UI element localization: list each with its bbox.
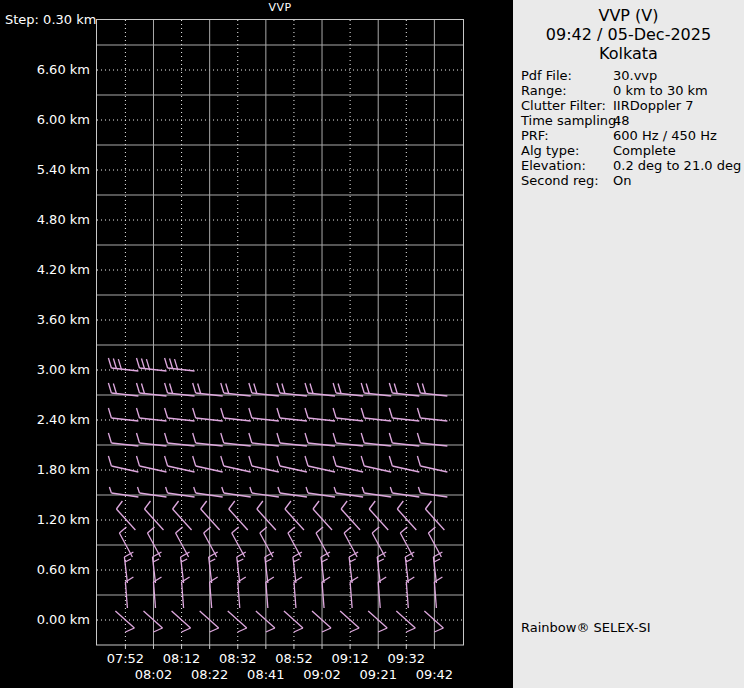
wind-barb-staff [392, 466, 419, 472]
x-tick-label: 09:42 [416, 667, 453, 682]
wind-barb-feather [333, 456, 336, 466]
x-tick-label: 09:12 [331, 651, 368, 666]
x-tick-label: 07:52 [107, 651, 144, 666]
wind-barb-staff [139, 368, 166, 371]
wind-barb-feather [222, 487, 224, 493]
wind-barb-feather [146, 359, 149, 369]
chart-area: VVP Step: 0.30 km 6.60 km6.00 km5.40 km4… [0, 0, 513, 688]
wind-barb-feather [277, 433, 280, 443]
wind-barb-feather [389, 456, 392, 466]
wind-barb-feather [141, 359, 144, 369]
wind-barb-feather [306, 487, 308, 493]
info-label: Clutter Filter: [521, 98, 613, 113]
panel-title: VVP (V) [513, 6, 744, 25]
wind-barb-feather [170, 359, 173, 369]
wind-barb-staff [111, 466, 138, 472]
wind-barb-plot [96, 19, 464, 651]
wind-barb-feather [397, 501, 403, 509]
wind-barb-feather [249, 408, 252, 418]
wind-barb-staff [111, 368, 138, 371]
wind-barb-feather [144, 501, 150, 509]
info-row: Time sampling:48 [521, 113, 742, 128]
x-tick-label: 08:02 [135, 667, 172, 682]
wind-barb-feather [333, 433, 336, 443]
wind-barb-feather [108, 456, 111, 466]
y-tick-label: 1.20 km [0, 511, 90, 529]
wind-barb-feather [175, 359, 178, 369]
y-tick-label: 3.60 km [0, 311, 90, 329]
wind-barb-feather [417, 408, 420, 418]
wind-barb-feather [390, 487, 392, 493]
wind-barb-feather [305, 408, 308, 418]
wind-barb-feather [210, 628, 219, 632]
wind-barb-staff [224, 466, 251, 472]
wind-barb-feather [406, 628, 415, 632]
wind-barb-feather [109, 487, 111, 493]
y-tick-label: 5.40 km [0, 161, 90, 179]
wind-barb-feather [350, 628, 359, 632]
y-tick-label: 4.80 km [0, 211, 90, 229]
wind-barb-feather [118, 359, 121, 369]
wind-barb-feather [417, 433, 420, 443]
info-value: 30.vvp [613, 68, 742, 83]
wind-barb-feather [389, 408, 392, 418]
wind-barb-feather [333, 408, 336, 418]
wind-barb-feather [369, 501, 375, 509]
wind-barb-feather [221, 383, 224, 393]
info-value: 0.2 deg to 21.0 deg [613, 158, 742, 173]
wind-barb-feather [226, 384, 229, 394]
wind-barb-feather [417, 383, 420, 393]
info-value: 48 [613, 113, 742, 128]
wind-barb-feather [165, 383, 168, 393]
wind-barb-staff [280, 466, 307, 472]
wind-barb-feather [338, 384, 341, 394]
wind-barb-feather [434, 628, 443, 632]
x-tick-label: 09:32 [388, 651, 425, 666]
wind-barb-feather [249, 456, 252, 466]
wind-barb-staff [111, 418, 138, 421]
panel-site: Kolkata [513, 44, 744, 63]
brand-footer: Rainbow® SELEX-SI [521, 620, 651, 635]
x-tick-label: 08:52 [275, 651, 312, 666]
info-row: Range:0 km to 30 km [521, 83, 742, 98]
info-value: 0 km to 30 km [613, 83, 742, 98]
wind-barb-feather [361, 433, 364, 443]
info-panel: VVP (V) 09:42 / 05-Dec-2025 Kolkata Pdf … [513, 0, 744, 688]
wind-barb-feather [389, 383, 392, 393]
wind-barb-staff [168, 466, 195, 472]
wind-barb-staff [143, 611, 162, 628]
wind-barb-feather [378, 628, 387, 632]
info-value: On [613, 173, 742, 188]
x-tick-label: 08:41 [247, 667, 284, 682]
wind-barb-feather [422, 384, 425, 394]
wind-barb-feather [305, 456, 308, 466]
wind-barb-feather [193, 383, 196, 393]
x-tick-label: 09:21 [359, 667, 396, 682]
info-row: Pdf File:30.vvp [521, 68, 742, 83]
wind-barb-staff [396, 611, 415, 628]
wind-barb-feather [249, 383, 252, 393]
wind-barb-feather [277, 456, 280, 466]
vvp-product-window: VVP Step: 0.30 km 6.60 km6.00 km5.40 km4… [0, 0, 744, 688]
info-label: Second reg: [521, 173, 613, 188]
wind-barb-feather [250, 487, 252, 493]
wind-barb-feather [310, 384, 313, 394]
wind-barb-feather [285, 501, 291, 509]
wind-barb-feather [389, 433, 392, 443]
chart-title: VVP [96, 1, 464, 14]
y-tick-label: 3.00 km [0, 361, 90, 379]
wind-barb-feather [170, 384, 173, 394]
wind-barb-feather [394, 384, 397, 394]
wind-barb-feather [333, 383, 336, 393]
x-tick-label: 08:22 [191, 667, 228, 682]
wind-barb-feather [165, 358, 168, 368]
wind-barb-staff [336, 466, 363, 472]
wind-barb-feather [418, 487, 420, 493]
wind-barb-feather [136, 358, 139, 368]
wind-barb-feather [362, 487, 364, 493]
y-tick-label: 2.40 km [0, 411, 90, 429]
x-tick-label: 08:12 [163, 651, 200, 666]
wind-barb-feather [341, 501, 347, 509]
wind-barb-feather [361, 383, 364, 393]
wind-barb-feather [108, 358, 111, 368]
